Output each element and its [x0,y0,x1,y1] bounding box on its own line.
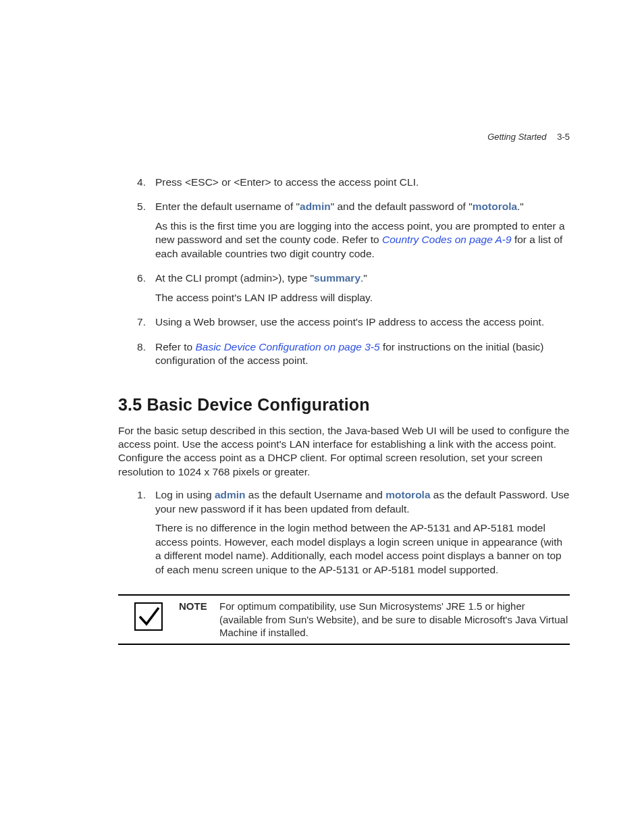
command-text: summary [314,272,360,284]
step-paragraph: As this is the first time you are loggin… [155,219,570,261]
list-item: 5.Enter the default username of "admin" … [118,200,570,266]
procedure-steps-continued: 4.Press <ESC> or <Enter> to access the a… [118,176,570,373]
list-item: 1.Log in using admin as the default User… [118,488,570,582]
step-number: 6. [118,271,155,310]
step-body: Press <ESC> or <Enter> to access the acc… [155,176,570,194]
cross-reference-link[interactable]: Country Codes on page A-9 [382,234,512,245]
step-body: Using a Web browser, use the access poin… [155,315,570,334]
step-paragraph: Log in using admin as the default Userna… [155,488,570,516]
command-text: admin [215,489,246,500]
step-body: Refer to Basic Device Configuration on p… [155,340,570,373]
step-number: 8. [118,340,155,373]
step-number: 5. [118,200,155,266]
cross-reference-link[interactable]: Basic Device Configuration on page 3-5 [195,341,379,353]
running-header: Getting Started 3-5 [487,132,570,142]
command-text: motorola [385,489,430,500]
step-paragraph: There is no difference in the login meth… [155,521,570,577]
text-run: The access point's LAN IP address will d… [155,292,373,303]
step-paragraph: At the CLI prompt (admin>), type "summar… [155,271,570,285]
page: Getting Started 3-5 4.Press <ESC> or <En… [0,0,644,834]
text-run: Refer to [155,341,195,353]
checkmark-icon [134,602,163,631]
text-run: There is no difference in the login meth… [155,522,562,575]
page-content: 4.Press <ESC> or <Enter> to access the a… [118,176,570,645]
text-run: as the default Username and [246,489,386,500]
step-number: 7. [118,315,155,334]
intro-paragraph: For the basic setup described in this se… [118,424,570,479]
text-run: ." [360,272,367,284]
command-text: admin [300,201,331,212]
step-body: Enter the default username of "admin" an… [155,200,570,266]
text-run: ." [517,201,524,212]
step-number: 1. [118,488,155,582]
text-run: " and the default password of " [331,201,473,212]
step-body: Log in using admin as the default Userna… [155,488,570,582]
list-item: 7.Using a Web browser, use the access po… [118,315,570,334]
header-section: Getting Started [487,132,546,142]
procedure-steps: 1.Log in using admin as the default User… [118,488,570,582]
step-paragraph: Refer to Basic Device Configuration on p… [155,340,570,368]
step-number: 4. [118,176,155,194]
step-paragraph: The access point's LAN IP address will d… [155,291,570,305]
note-label: NOTE [179,598,219,613]
step-paragraph: Enter the default username of "admin" an… [155,200,570,213]
text-run: Using a Web browser, use the access poin… [155,316,544,328]
text-run: Press <ESC> or <Enter> to access the acc… [155,176,419,188]
note-box: NOTE For optimum compatibility, use Sun … [118,594,570,645]
step-body: At the CLI prompt (admin>), type "summar… [155,271,570,310]
text-run: At the CLI prompt (admin>), type " [155,272,314,284]
step-paragraph: Press <ESC> or <Enter> to access the acc… [155,176,570,189]
text-run: Enter the default username of " [155,201,300,212]
command-text: motorola [473,201,517,212]
list-item: 4.Press <ESC> or <Enter> to access the a… [118,176,570,194]
step-paragraph: Using a Web browser, use the access poin… [155,315,570,329]
header-pagenum: 3-5 [557,132,570,142]
note-text: For optimum compatibility, use Sun Micro… [219,598,570,640]
text-run: Log in using [155,489,215,500]
list-item: 6.At the CLI prompt (admin>), type "summ… [118,271,570,310]
section-heading: 3.5 Basic Device Configuration [118,394,570,416]
note-icon-cell [118,598,179,631]
list-item: 8.Refer to Basic Device Configuration on… [118,340,570,373]
